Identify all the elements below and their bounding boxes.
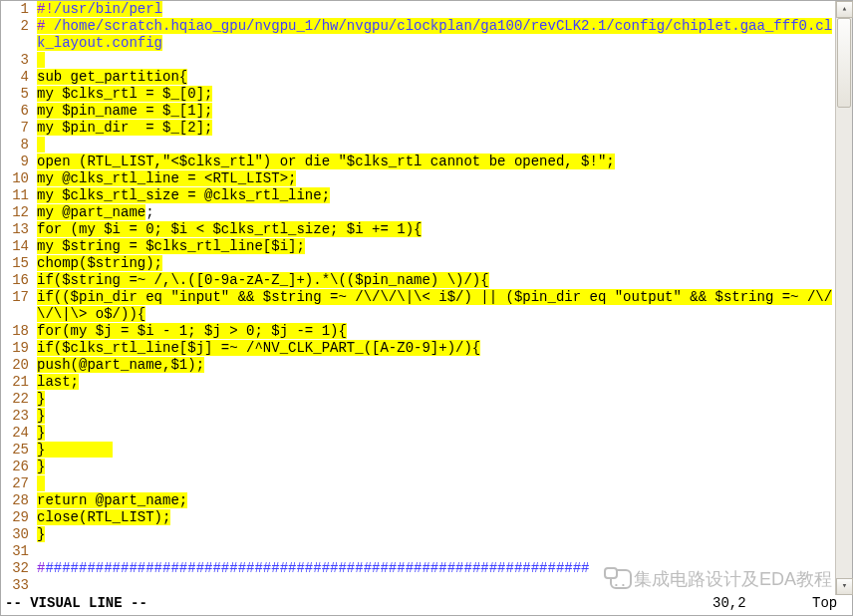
code-segment: for(my $j = $i - 1; $j > 0; $j -= 1){ bbox=[37, 323, 347, 339]
code-line[interactable]: # /home/scratch.hqiao_gpu/nvgpu_1/hw/nvg… bbox=[37, 18, 834, 52]
line-number: 11 bbox=[1, 187, 29, 204]
code-line[interactable] bbox=[37, 475, 834, 492]
code-line[interactable]: push(@part_name,$1); bbox=[37, 357, 834, 374]
code-line[interactable]: my @part_name; bbox=[37, 204, 834, 221]
code-line[interactable]: if(($pin_dir eq "input" && $string =~ /\… bbox=[37, 289, 834, 323]
line-number: 19 bbox=[1, 340, 29, 357]
code-segment: my @part_name bbox=[37, 204, 145, 220]
code-line[interactable]: my @clks_rtl_line = <RTL_LIST>; bbox=[37, 170, 834, 187]
code-line[interactable] bbox=[37, 52, 834, 69]
code-line[interactable] bbox=[37, 577, 834, 593]
line-number: 7 bbox=[1, 120, 29, 137]
line-number: 13 bbox=[1, 221, 29, 238]
code-segment: if(($pin_dir eq "input" && $string =~ /\… bbox=[37, 289, 832, 322]
line-number: 23 bbox=[1, 408, 29, 425]
line-number: 28 bbox=[1, 492, 29, 509]
line-number: 29 bbox=[1, 509, 29, 526]
code-line[interactable] bbox=[37, 543, 834, 560]
code-line[interactable]: open (RTL_LIST,"<$clks_rtl") or die "$cl… bbox=[37, 154, 834, 170]
vim-window: 1234567891011121314151617181920212223242… bbox=[0, 0, 853, 616]
code-line[interactable]: if($string =~ /,\.([0-9a-zA-Z_]+).*\(($p… bbox=[37, 272, 834, 289]
code-line[interactable]: ########################################… bbox=[37, 560, 834, 577]
cursor-position: 30,2 bbox=[712, 595, 812, 615]
code-segment: my $string = $clks_rtl_line[$i]; bbox=[37, 238, 305, 254]
code-segment: } bbox=[37, 408, 45, 424]
code-segment: sub get_partition{ bbox=[37, 69, 187, 85]
code-segment: /home/scratch.hqiao_gpu/nvgpu_1/hw/nvgpu… bbox=[37, 18, 832, 51]
line-number: 18 bbox=[1, 323, 29, 340]
code-line[interactable]: } bbox=[37, 391, 834, 408]
code-line[interactable]: for (my $i = 0; $i < $clks_rtl_size; $i … bbox=[37, 221, 834, 238]
code-line[interactable]: } bbox=[37, 425, 834, 442]
line-number: 10 bbox=[1, 170, 29, 187]
code-segment: } bbox=[37, 425, 45, 441]
scroll-position: Top bbox=[812, 595, 852, 615]
code-line[interactable]: } bbox=[37, 442, 834, 459]
status-bar: -- VISUAL LINE -- 30,2 Top bbox=[1, 595, 852, 615]
code-line[interactable]: my $pin_name = $_[1]; bbox=[37, 103, 834, 120]
line-number: 24 bbox=[1, 425, 29, 442]
line-number: 12 bbox=[1, 204, 29, 221]
code-line[interactable]: my $clks_rtl = $_[0]; bbox=[37, 86, 834, 103]
code-line[interactable]: return @part_name; bbox=[37, 492, 834, 509]
code-segment: my $pin_dir = $_[2]; bbox=[37, 120, 212, 136]
code-segment: close(RTL_LIST); bbox=[37, 509, 170, 525]
scroll-up-button[interactable]: ▴ bbox=[836, 1, 853, 18]
vertical-scrollbar[interactable]: ▴ ▾ bbox=[835, 1, 852, 595]
code-segment: push(@part_name,$1); bbox=[37, 357, 204, 373]
code-segment: } bbox=[37, 391, 45, 407]
code-segment: } bbox=[37, 526, 45, 542]
code-segment: my $clks_rtl_size = @clks_rtl_line; bbox=[37, 187, 330, 203]
line-number: 33 bbox=[1, 577, 29, 593]
editor-area[interactable]: 1234567891011121314151617181920212223242… bbox=[1, 1, 834, 593]
code-segment: chomp($string); bbox=[37, 255, 162, 271]
scroll-thumb[interactable] bbox=[837, 18, 851, 108]
code-line[interactable]: } bbox=[37, 459, 834, 475]
line-number: 4 bbox=[1, 69, 29, 86]
code-line[interactable]: } bbox=[37, 526, 834, 543]
line-number: 6 bbox=[1, 103, 29, 120]
code-segment bbox=[45, 442, 112, 458]
code-segment: my $clks_rtl = $_[0]; bbox=[37, 86, 212, 102]
code-line[interactable]: my $pin_dir = $_[2]; bbox=[37, 120, 834, 137]
code-segment: my $pin_name = $_[1]; bbox=[37, 103, 212, 119]
code-segment bbox=[37, 52, 45, 68]
code-line[interactable]: my $string = $clks_rtl_line[$i]; bbox=[37, 238, 834, 255]
code-segment: for (my $i = 0; $i < $clks_rtl_size; $i … bbox=[37, 221, 422, 237]
line-number: 14 bbox=[1, 238, 29, 255]
code-segment: #! bbox=[37, 1, 54, 17]
line-number bbox=[1, 306, 29, 323]
line-number: 31 bbox=[1, 543, 29, 560]
code-line[interactable] bbox=[37, 137, 834, 154]
line-number: 26 bbox=[1, 459, 29, 475]
line-number: 15 bbox=[1, 255, 29, 272]
line-number: 21 bbox=[1, 374, 29, 391]
scroll-down-button[interactable]: ▾ bbox=[836, 578, 853, 595]
code-line[interactable]: last; bbox=[37, 374, 834, 391]
line-number: 2 bbox=[1, 18, 29, 35]
code-line[interactable]: for(my $j = $i - 1; $j > 0; $j -= 1){ bbox=[37, 323, 834, 340]
code-segment bbox=[37, 475, 45, 491]
code-segment bbox=[37, 137, 45, 153]
code-line[interactable]: #!/usr/bin/perl bbox=[37, 1, 834, 18]
line-number: 30 bbox=[1, 526, 29, 543]
code-line[interactable]: close(RTL_LIST); bbox=[37, 509, 834, 526]
code-line[interactable]: if($clks_rtl_line[$j] =~ /^NV_CLK_PART_(… bbox=[37, 340, 834, 357]
code-segment: my @clks_rtl_line = <RTL_LIST>; bbox=[37, 170, 296, 186]
line-number: 16 bbox=[1, 272, 29, 289]
code-segment: /usr/bin/perl bbox=[54, 1, 162, 17]
line-number: 8 bbox=[1, 137, 29, 154]
line-number: 5 bbox=[1, 86, 29, 103]
line-number: 27 bbox=[1, 475, 29, 492]
code-line[interactable]: sub get_partition{ bbox=[37, 69, 834, 86]
code-line[interactable]: my $clks_rtl_size = @clks_rtl_line; bbox=[37, 187, 834, 204]
code-segment: } bbox=[37, 459, 45, 474]
scroll-track[interactable] bbox=[836, 18, 852, 578]
code-segment: ########################################… bbox=[45, 560, 513, 576]
code-segment: last; bbox=[37, 374, 79, 390]
code-content[interactable]: #!/usr/bin/perl# /home/scratch.hqiao_gpu… bbox=[37, 1, 834, 593]
code-line[interactable]: } bbox=[37, 408, 834, 425]
line-number: 20 bbox=[1, 357, 29, 374]
code-line[interactable]: chomp($string); bbox=[37, 255, 834, 272]
line-number: 32 bbox=[1, 560, 29, 577]
